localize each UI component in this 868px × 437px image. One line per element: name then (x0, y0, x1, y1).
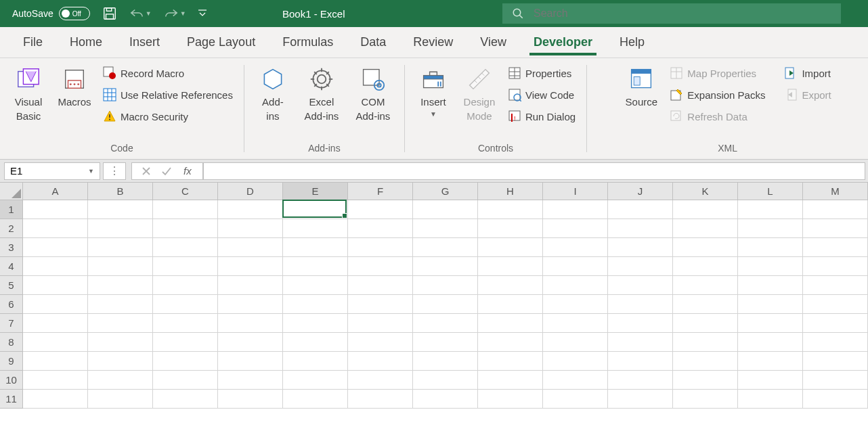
cell-G2[interactable] (413, 219, 478, 238)
cells-area[interactable] (23, 200, 868, 409)
col-header-A[interactable]: A (23, 183, 88, 200)
cell-F11[interactable] (348, 390, 413, 409)
cell-A3[interactable] (23, 238, 88, 257)
cell-A1[interactable] (23, 200, 88, 219)
cell-M5[interactable] (803, 276, 868, 295)
tab-review[interactable]: Review (399, 27, 466, 58)
col-header-F[interactable]: F (348, 183, 413, 200)
cell-M11[interactable] (803, 390, 868, 409)
macros-button[interactable]: Macros (54, 62, 95, 113)
cell-D4[interactable] (218, 257, 283, 276)
cell-D11[interactable] (218, 390, 283, 409)
col-header-D[interactable]: D (218, 183, 283, 200)
cell-E7[interactable] (283, 314, 348, 333)
addins-button[interactable]: Add- ins (253, 62, 293, 124)
cell-D9[interactable] (218, 352, 283, 371)
cell-H9[interactable] (478, 352, 543, 371)
cancel-formula-button[interactable] (136, 166, 156, 176)
cell-J5[interactable] (608, 276, 673, 295)
cell-B6[interactable] (88, 295, 153, 314)
cell-F8[interactable] (348, 333, 413, 352)
insert-control-button[interactable]: Insert ▼ (413, 62, 454, 120)
cell-L11[interactable] (738, 390, 803, 409)
cell-I10[interactable] (543, 371, 608, 390)
cell-J11[interactable] (608, 390, 673, 409)
cell-B4[interactable] (88, 257, 153, 276)
cell-E1[interactable] (283, 200, 348, 219)
cell-G7[interactable] (413, 314, 478, 333)
record-macro-button[interactable]: Record Macro (100, 65, 236, 81)
cell-H3[interactable] (478, 238, 543, 257)
design-mode-button[interactable]: Design Mode (459, 62, 500, 124)
cell-B5[interactable] (88, 276, 153, 295)
col-header-M[interactable]: M (803, 183, 868, 200)
cell-M3[interactable] (803, 238, 868, 257)
row-header-2[interactable]: 2 (0, 219, 23, 238)
cell-C7[interactable] (153, 314, 218, 333)
cell-G10[interactable] (413, 371, 478, 390)
cell-L4[interactable] (738, 257, 803, 276)
export-button[interactable]: Export (781, 87, 833, 103)
cell-I2[interactable] (543, 219, 608, 238)
row-header-9[interactable]: 9 (0, 352, 23, 371)
cell-J4[interactable] (608, 257, 673, 276)
cell-F5[interactable] (348, 276, 413, 295)
cell-E11[interactable] (283, 390, 348, 409)
cell-B3[interactable] (88, 238, 153, 257)
cell-F9[interactable] (348, 352, 413, 371)
cell-F4[interactable] (348, 257, 413, 276)
properties-button[interactable]: Properties (505, 65, 578, 81)
cell-C2[interactable] (153, 219, 218, 238)
cell-K2[interactable] (673, 219, 738, 238)
cell-A8[interactable] (23, 333, 88, 352)
view-code-button[interactable]: View Code (505, 87, 578, 103)
cell-A10[interactable] (23, 371, 88, 390)
tab-help[interactable]: Help (606, 27, 658, 58)
cell-H10[interactable] (478, 371, 543, 390)
cell-M1[interactable] (803, 200, 868, 219)
formula-bar-expand[interactable]: ⋮ (103, 162, 126, 180)
cell-H5[interactable] (478, 276, 543, 295)
cell-D6[interactable] (218, 295, 283, 314)
cell-H4[interactable] (478, 257, 543, 276)
cell-A7[interactable] (23, 314, 88, 333)
cell-A4[interactable] (23, 257, 88, 276)
cell-F6[interactable] (348, 295, 413, 314)
excel-addins-button[interactable]: Excel Add-ins (299, 62, 345, 124)
cell-I1[interactable] (543, 200, 608, 219)
cell-K9[interactable] (673, 352, 738, 371)
com-addins-button[interactable]: COM Add-ins (350, 62, 396, 124)
cell-M6[interactable] (803, 295, 868, 314)
cell-M2[interactable] (803, 219, 868, 238)
cell-G6[interactable] (413, 295, 478, 314)
cell-E4[interactable] (283, 257, 348, 276)
cell-C5[interactable] (153, 276, 218, 295)
cell-B8[interactable] (88, 333, 153, 352)
cell-H8[interactable] (478, 333, 543, 352)
cell-B9[interactable] (88, 352, 153, 371)
save-button[interactable] (102, 6, 117, 21)
cell-M9[interactable] (803, 352, 868, 371)
cell-K10[interactable] (673, 371, 738, 390)
cell-B7[interactable] (88, 314, 153, 333)
tab-file[interactable]: File (9, 27, 56, 58)
cell-F10[interactable] (348, 371, 413, 390)
cell-F1[interactable] (348, 200, 413, 219)
enter-formula-button[interactable] (156, 166, 177, 176)
run-dialog-button[interactable]: ! Run Dialog (505, 108, 578, 124)
tab-formulas[interactable]: Formulas (269, 27, 347, 58)
cell-E3[interactable] (283, 238, 348, 257)
cell-G3[interactable] (413, 238, 478, 257)
row-header-1[interactable]: 1 (0, 200, 23, 219)
cell-K4[interactable] (673, 257, 738, 276)
search-input[interactable] (534, 7, 831, 20)
col-header-L[interactable]: L (738, 183, 803, 200)
tab-developer[interactable]: Developer (520, 27, 606, 58)
cell-I9[interactable] (543, 352, 608, 371)
cell-D3[interactable] (218, 238, 283, 257)
row-header-3[interactable]: 3 (0, 238, 23, 257)
tab-data[interactable]: Data (347, 27, 399, 58)
cell-I5[interactable] (543, 276, 608, 295)
col-header-K[interactable]: K (673, 183, 738, 200)
cell-H1[interactable] (478, 200, 543, 219)
